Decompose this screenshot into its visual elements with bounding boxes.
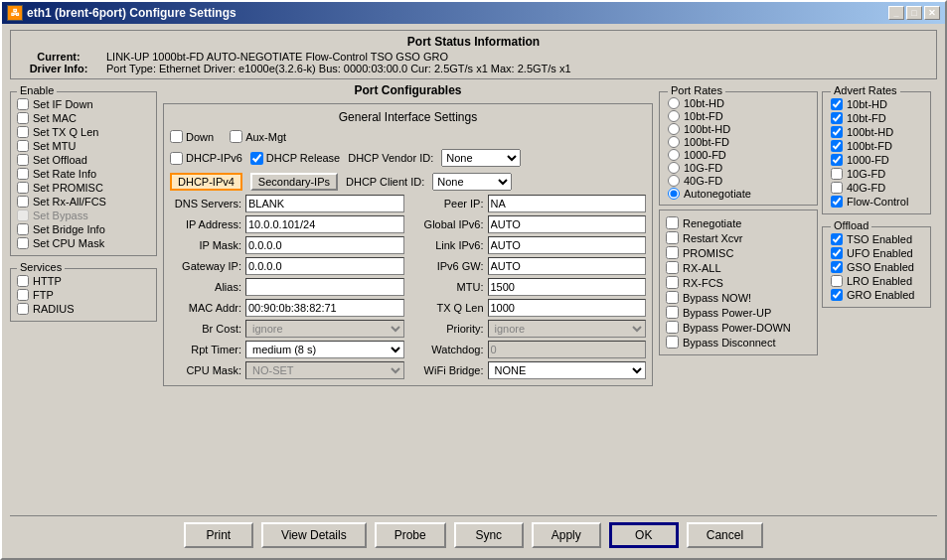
- close-button[interactable]: ✕: [924, 6, 940, 20]
- enable-checkbox-0[interactable]: [17, 98, 29, 110]
- option-checkbox-0[interactable]: [666, 216, 679, 229]
- watchdog-input[interactable]: [488, 341, 647, 358]
- service-checkbox-2[interactable]: [17, 303, 29, 315]
- dhcp-ipv4-button[interactable]: DHCP-IPv4: [170, 173, 242, 191]
- advert-rate-checkbox-5[interactable]: [831, 168, 843, 180]
- cpu-mask-select[interactable]: NO-SET: [245, 361, 404, 379]
- dhcp-ipv6-label[interactable]: DHCP-IPv6: [170, 152, 242, 165]
- option-checkbox-6[interactable]: [666, 306, 679, 319]
- view-details-button[interactable]: View Details: [261, 522, 367, 548]
- client-id-select[interactable]: None: [432, 173, 512, 191]
- port-rate-radio-2[interactable]: [668, 123, 680, 135]
- port-rate-radio-4[interactable]: [668, 149, 680, 161]
- enable-checkbox-7[interactable]: [17, 196, 29, 208]
- advert-rate-checkbox-1[interactable]: [831, 112, 843, 124]
- port-rate-radio-0[interactable]: [668, 97, 680, 109]
- option-checkbox-8[interactable]: [666, 336, 679, 349]
- enable-checkbox-6[interactable]: [17, 182, 29, 194]
- enable-checkbox-2[interactable]: [17, 126, 29, 138]
- advert-rate-checkbox-4[interactable]: [831, 154, 843, 166]
- enable-checkbox-1[interactable]: [17, 112, 29, 124]
- dhcp-release-checkbox[interactable]: [250, 152, 263, 165]
- top-checkboxes: Down Aux-Mgt: [170, 130, 646, 143]
- aux-mgt-checkbox-label[interactable]: Aux-Mgt: [230, 130, 286, 143]
- tx-q-len-input[interactable]: [488, 299, 647, 317]
- port-rate-radio-6[interactable]: [668, 175, 680, 187]
- secondary-ips-button[interactable]: Secondary-IPs: [250, 173, 338, 191]
- port-rates-title: Port Rates: [668, 84, 725, 96]
- offload-checkbox-3[interactable]: [831, 275, 843, 287]
- minimize-button[interactable]: _: [888, 6, 904, 20]
- option-checkbox-1[interactable]: [666, 231, 679, 244]
- peer-ip-input[interactable]: [488, 195, 647, 212]
- advert-rate-checkbox-0[interactable]: [831, 98, 843, 110]
- option-checkbox-5[interactable]: [666, 291, 679, 304]
- enable-checkbox-8[interactable]: [17, 210, 29, 221]
- mtu-row: MTU:: [412, 278, 647, 296]
- offload-checkbox-2[interactable]: [831, 261, 843, 273]
- ip-mask-input[interactable]: [245, 236, 404, 254]
- vendor-id-select[interactable]: None: [441, 149, 521, 167]
- port-rate-radio-3[interactable]: [668, 136, 680, 148]
- enable-checkbox-3[interactable]: [17, 140, 29, 152]
- dns-input[interactable]: [245, 195, 404, 212]
- offload-title: Offload: [831, 219, 871, 231]
- rpt-timer-select[interactable]: medium (8 s): [245, 341, 404, 358]
- mtu-input[interactable]: [488, 278, 647, 296]
- maximize-button[interactable]: □: [906, 6, 922, 20]
- alias-label: Alias:: [170, 281, 241, 293]
- enable-checkbox-5[interactable]: [17, 168, 29, 180]
- enable-checkbox-9[interactable]: [17, 223, 29, 235]
- ipv6-gw-input[interactable]: [488, 257, 647, 275]
- option-checkbox-7[interactable]: [666, 321, 679, 334]
- list-item: RX-FCS: [666, 276, 811, 289]
- offload-checkbox-4[interactable]: [831, 289, 843, 301]
- down-checkbox-label[interactable]: Down: [170, 130, 214, 143]
- list-item: Bypass Disconnect: [666, 336, 811, 349]
- wifi-bridge-select[interactable]: NONE: [488, 361, 647, 379]
- option-label: PROMISC: [683, 247, 733, 259]
- advert-rate-checkbox-7[interactable]: [831, 196, 843, 208]
- probe-button[interactable]: Probe: [375, 522, 446, 548]
- link-ipv6-input[interactable]: [488, 236, 647, 254]
- global-ipv6-input[interactable]: [488, 215, 647, 233]
- service-checkbox-0[interactable]: [17, 275, 29, 287]
- alias-input[interactable]: [245, 278, 404, 296]
- mac-input[interactable]: [245, 299, 404, 317]
- advert-rate-checkbox-2[interactable]: [831, 126, 843, 138]
- dhcp-release-label[interactable]: DHCP Release: [250, 152, 340, 165]
- down-checkbox[interactable]: [170, 130, 183, 143]
- port-rate-radio-1[interactable]: [668, 110, 680, 122]
- print-button[interactable]: Print: [184, 522, 253, 548]
- option-checkbox-4[interactable]: [666, 276, 679, 289]
- offload-checkbox-0[interactable]: [831, 233, 843, 245]
- advert-rate-checkbox-6[interactable]: [831, 182, 843, 194]
- enable-checkbox-4[interactable]: [17, 154, 29, 166]
- ip-mask-label: IP Mask:: [170, 239, 241, 251]
- aux-mgt-checkbox[interactable]: [230, 130, 242, 143]
- ip-address-input[interactable]: [245, 215, 404, 233]
- option-checkbox-3[interactable]: [666, 261, 679, 274]
- port-rate-radio-5[interactable]: [668, 162, 680, 174]
- apply-button[interactable]: Apply: [532, 522, 601, 548]
- list-item: RADIUS: [17, 303, 150, 315]
- offload-checkbox-1[interactable]: [831, 247, 843, 259]
- gateway-input[interactable]: [245, 257, 404, 275]
- option-label: Bypass Disconnect: [683, 337, 776, 349]
- service-checkbox-1[interactable]: [17, 289, 29, 301]
- dhcp-ipv6-checkbox[interactable]: [170, 152, 183, 165]
- list-item: Set Rate Info: [17, 168, 150, 180]
- advert-rate-checkbox-3[interactable]: [831, 140, 843, 152]
- br-cost-select[interactable]: ignore: [245, 320, 404, 338]
- main-window: 🖧 eth1 (brent-6port) Configure Settings …: [0, 0, 947, 560]
- enable-checkbox-10[interactable]: [17, 237, 29, 249]
- priority-select[interactable]: ignore: [488, 320, 647, 338]
- port-rate-radio-7[interactable]: [668, 188, 680, 200]
- option-checkbox-2[interactable]: [666, 246, 679, 259]
- cancel-button[interactable]: Cancel: [687, 522, 763, 548]
- port-rate-label: Autonegotiate: [684, 188, 751, 200]
- enable-item-label: Set Offload: [33, 154, 87, 166]
- list-item: FTP: [17, 289, 150, 301]
- ok-button[interactable]: OK: [609, 522, 679, 548]
- sync-button[interactable]: Sync: [454, 522, 524, 548]
